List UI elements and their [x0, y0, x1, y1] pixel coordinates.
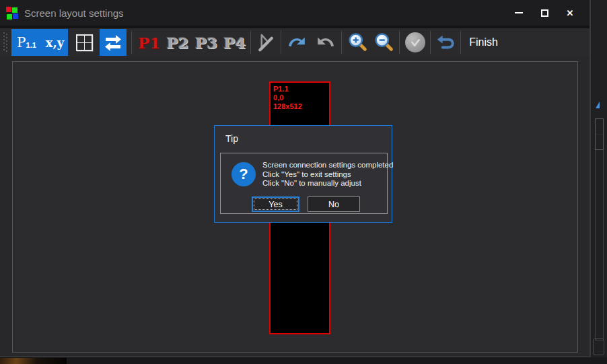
toolbar-grip[interactable] — [3, 32, 8, 52]
redo-arrow-icon — [314, 34, 336, 51]
zoom-out-icon — [373, 32, 394, 53]
desktop-strip — [0, 357, 607, 364]
toolbar-separator — [399, 31, 400, 54]
dialog-message-box: ? Screen connection settings completed C… — [220, 153, 388, 214]
screen-position: 0,0 — [273, 94, 329, 102]
close-button[interactable]: ✕ — [557, 3, 583, 23]
dialog-message: Screen connection settings completed Cli… — [262, 161, 393, 188]
apply-button[interactable] — [405, 32, 425, 52]
background-blue-marker — [596, 102, 600, 108]
undo-arrow-icon — [286, 34, 309, 51]
minimize-icon — [515, 12, 523, 13]
background-bottom-button — [593, 338, 604, 355]
back-button[interactable] — [435, 33, 456, 52]
zoom-out-button[interactable] — [373, 32, 394, 53]
no-button[interactable]: No — [308, 196, 360, 212]
undo-button[interactable] — [286, 34, 309, 51]
cursor-edit-icon — [256, 32, 276, 52]
window-controls: ✕ — [506, 3, 583, 23]
toolbar-separator — [250, 31, 251, 54]
port-button-p1[interactable]: P1 — [138, 34, 160, 52]
maximize-icon — [541, 9, 548, 17]
message-line-1: Screen connection settings completed — [262, 161, 393, 170]
app-logo-icon — [6, 7, 18, 19]
toolbar-separator — [341, 31, 342, 54]
tip-dialog: Tip ? Screen connection settings complet… — [214, 125, 392, 223]
finish-button[interactable]: Finish — [469, 36, 498, 48]
port-button-p2[interactable]: P2 — [166, 34, 188, 52]
screen-size: 128x512 — [273, 102, 329, 111]
swap-connection-button[interactable] — [100, 29, 127, 56]
port-button-p3[interactable]: P3 — [195, 34, 217, 52]
message-line-2: Click "Yes" to exit settings — [262, 170, 393, 180]
grid-icon — [76, 34, 93, 51]
swap-arrows-icon — [104, 34, 122, 51]
question-icon: ? — [231, 162, 256, 186]
toolbar-separator — [131, 31, 132, 54]
minimize-button[interactable] — [506, 3, 532, 23]
select-edit-tool-button[interactable] — [256, 32, 276, 52]
redo-button[interactable] — [314, 34, 336, 51]
close-icon: ✕ — [567, 9, 574, 17]
toolbar-separator — [460, 31, 461, 54]
toolbar-separator — [430, 31, 431, 54]
grid-layout-button[interactable] — [72, 30, 96, 54]
port-address-button[interactable]: P1.1 — [11, 29, 42, 56]
maximize-button[interactable] — [532, 3, 557, 23]
screen-cabinet-label: P1.1 0,0 128x512 — [271, 83, 329, 111]
return-arrow-icon — [435, 33, 456, 52]
coordinates-button[interactable]: x,y — [42, 29, 68, 56]
dialog-title: Tip — [225, 133, 238, 144]
toolbar: P1.1 x,y P1 P2 P3 P4 — [0, 28, 590, 57]
checkmark-icon — [408, 35, 423, 50]
background-scrollbar[interactable] — [595, 118, 604, 340]
screen-name: P1.1 — [273, 85, 329, 94]
screen-layout-settings-window: Screen layout settings ✕ P1.1 x,y P1 P2 … — [0, 0, 591, 357]
port-button-p4[interactable]: P4 — [223, 34, 246, 52]
yes-button[interactable]: Yes — [252, 196, 299, 212]
zoom-in-icon — [347, 32, 368, 53]
title-bar: Screen layout settings ✕ — [0, 0, 590, 26]
message-line-3: Click "No" to manually adjust — [262, 179, 393, 188]
desktop-wallpaper-sliver — [0, 358, 67, 364]
toolbar-separator — [281, 31, 281, 54]
background-scrollbar-thumb[interactable] — [595, 118, 604, 150]
window-title: Screen layout settings — [24, 7, 124, 19]
zoom-in-button[interactable] — [347, 32, 368, 53]
